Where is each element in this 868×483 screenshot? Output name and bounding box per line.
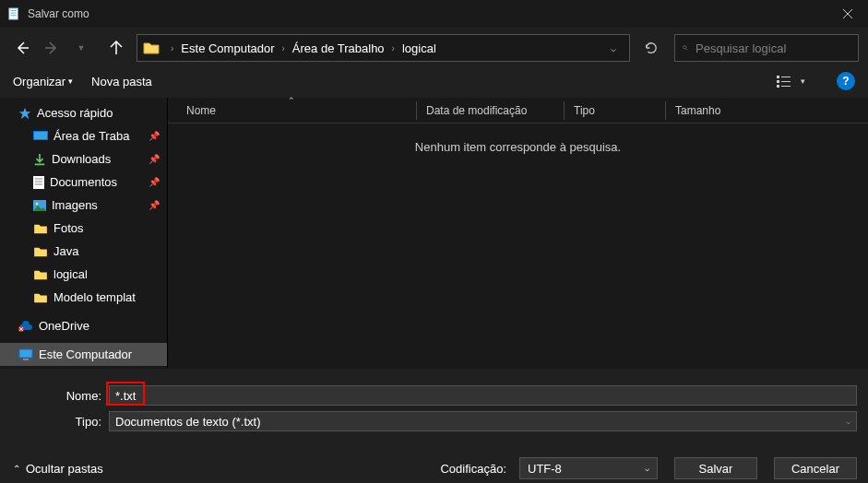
sidebar-item-documents[interactable]: Documentos📌 <box>0 171 167 194</box>
pin-icon: 📌 <box>149 154 160 164</box>
encoding-label: Codificação: <box>440 462 506 476</box>
new-folder-label: Nova pasta <box>91 75 152 88</box>
onedrive-icon <box>18 321 33 332</box>
sidebar-label: OneDrive <box>39 319 89 333</box>
cancel-button[interactable]: Cancelar <box>774 457 857 479</box>
view-mode-button[interactable]: ▾ <box>777 75 805 88</box>
arrow-up-icon <box>109 41 124 55</box>
sidebar: Acesso rápido Área de Traba📌 Downloads📌 … <box>0 98 168 369</box>
svg-rect-16 <box>33 176 44 189</box>
help-button[interactable]: ? <box>837 72 855 90</box>
filename-label: Nome: <box>11 389 109 403</box>
notepad-icon <box>7 6 20 21</box>
filetype-select[interactable]: Documentos de texto (*.txt) ⌵ <box>109 411 857 431</box>
new-folder-button[interactable]: Nova pasta <box>91 75 152 88</box>
svg-rect-0 <box>9 8 18 19</box>
filetype-value: Documentos de texto (*.txt) <box>115 415 261 429</box>
folder-icon <box>143 41 160 55</box>
sidebar-onedrive[interactable]: OneDrive <box>0 314 167 337</box>
sidebar-item-logical[interactable]: logical <box>0 263 167 286</box>
computer-icon <box>18 348 33 361</box>
chevron-down-icon: ▼ <box>77 43 86 53</box>
documents-icon <box>33 176 44 189</box>
title-bar: Salvar como <box>0 0 868 28</box>
sidebar-item-label: Downloads <box>52 152 111 166</box>
chevron-right-icon: › <box>277 43 291 53</box>
sidebar-item-label: Modelo templat <box>54 290 136 304</box>
sidebar-item-downloads[interactable]: Downloads📌 <box>0 147 167 171</box>
sidebar-item-pictures[interactable]: Imagens📌 <box>0 194 167 217</box>
arrow-left-icon <box>15 41 30 55</box>
pin-icon: 📌 <box>149 131 160 141</box>
back-button[interactable] <box>9 35 35 61</box>
folder-icon <box>33 246 48 257</box>
nav-bar: ▼ › Este Computador › Área de Trabalho ›… <box>0 31 868 65</box>
chevron-down-icon: ⌵ <box>846 417 850 426</box>
view-details-icon <box>777 75 795 88</box>
search-input[interactable] <box>696 41 850 55</box>
breadcrumb-dropdown[interactable]: ⌵ <box>601 43 625 53</box>
encoding-select[interactable]: UTF-8 ⌵ <box>519 457 658 479</box>
svg-rect-10 <box>777 80 779 83</box>
footer: ⌃ Ocultar pastas Codificação: UTF-8 ⌵ Sa… <box>0 444 868 483</box>
pin-icon: 📌 <box>149 177 160 187</box>
column-type[interactable]: Tipo <box>565 101 666 120</box>
save-form: Nome: Tipo: Documentos de texto (*.txt) … <box>0 369 868 444</box>
sidebar-label: Acesso rápido <box>37 106 113 120</box>
filename-input[interactable] <box>109 385 857 406</box>
refresh-icon <box>645 41 658 54</box>
sidebar-quick-access[interactable]: Acesso rápido <box>0 101 167 124</box>
up-button[interactable] <box>103 35 129 61</box>
chevron-up-icon: ⌃ <box>13 464 20 474</box>
recent-button[interactable]: ▼ <box>68 35 94 61</box>
svg-rect-24 <box>23 359 29 360</box>
sidebar-item-label: Java <box>54 244 78 258</box>
refresh-button[interactable] <box>637 34 665 62</box>
sidebar-item-label: logical <box>54 267 88 281</box>
organize-button[interactable]: Organizar ▾ <box>13 75 73 88</box>
pictures-icon <box>33 200 46 211</box>
search-box[interactable] <box>674 34 859 62</box>
breadcrumb-item[interactable]: logical <box>400 41 438 55</box>
sort-indicator: ⌃ <box>288 96 295 105</box>
column-size[interactable]: Tamanho <box>666 101 767 120</box>
arrow-right-icon <box>44 41 59 55</box>
main-area: Acesso rápido Área de Traba📌 Downloads📌 … <box>0 98 868 369</box>
sidebar-item-fotos[interactable]: Fotos <box>0 217 167 240</box>
save-button[interactable]: Salvar <box>674 457 757 479</box>
chevron-down-icon: ▾ <box>801 77 805 86</box>
breadcrumb-item[interactable]: Área de Trabalho <box>291 41 386 55</box>
svg-rect-12 <box>777 85 779 88</box>
svg-rect-15 <box>34 132 47 139</box>
sidebar-item-label: Imagens <box>52 198 98 212</box>
svg-rect-13 <box>781 86 791 87</box>
hide-folders-button[interactable]: ⌃ Ocultar pastas <box>13 462 103 476</box>
star-icon <box>18 107 31 120</box>
svg-line-7 <box>686 49 688 51</box>
downloads-icon <box>33 153 46 166</box>
sidebar-this-pc[interactable]: Este Computador <box>0 343 167 366</box>
svg-point-21 <box>36 202 39 205</box>
folder-icon <box>33 223 48 234</box>
sidebar-item-label: Área de Traba <box>54 129 129 143</box>
filetype-label: Tipo: <box>11 415 109 429</box>
forward-button[interactable] <box>39 35 65 61</box>
close-button[interactable] <box>826 0 868 28</box>
file-list: ⌃ Nome Data de modificação Tipo Tamanho … <box>168 98 868 369</box>
toolbar: Organizar ▾ Nova pasta ▾ ? <box>0 65 868 98</box>
hide-folders-label: Ocultar pastas <box>26 462 103 476</box>
sidebar-item-label: Fotos <box>54 221 84 235</box>
window-title: Salvar como <box>28 7 826 20</box>
sidebar-item-java[interactable]: Java <box>0 240 167 263</box>
breadcrumb-item[interactable]: Este Computador <box>179 41 276 55</box>
breadcrumb[interactable]: › Este Computador › Área de Trabalho › l… <box>137 34 630 62</box>
chevron-down-icon: ▾ <box>68 77 73 86</box>
column-headers: ⌃ Nome Data de modificação Tipo Tamanho <box>168 98 868 124</box>
desktop-icon <box>33 131 48 142</box>
empty-message: Nenhum item corresponde à pesquisa. <box>168 124 868 171</box>
sidebar-item-desktop[interactable]: Área de Traba📌 <box>0 124 167 147</box>
column-date[interactable]: Data de modificação <box>417 101 565 120</box>
chevron-right-icon: › <box>165 43 179 53</box>
search-icon <box>683 41 688 54</box>
sidebar-item-modelo[interactable]: Modelo templat <box>0 286 167 309</box>
